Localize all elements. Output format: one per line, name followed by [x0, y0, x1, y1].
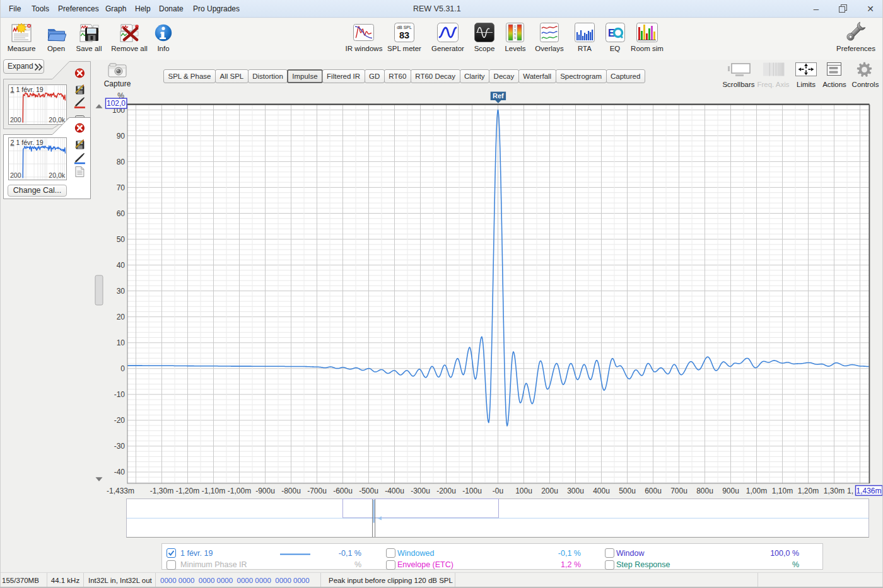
svg-text:-900u: -900u [255, 487, 275, 495]
svg-text:-500u: -500u [359, 487, 378, 495]
svg-text:-1,10m: -1,10m [202, 487, 225, 495]
svg-text:-1,20m: -1,20m [176, 487, 199, 495]
svg-text:100u: 100u [515, 487, 532, 495]
svg-text:40: 40 [117, 261, 126, 270]
svg-text:-600u: -600u [333, 487, 353, 495]
svg-text:700u: 700u [670, 487, 687, 495]
svg-text:-400u: -400u [385, 487, 404, 495]
svg-text:-700u: -700u [307, 487, 327, 495]
svg-text:800u: 800u [696, 487, 713, 495]
svg-text:-1,433m: -1,433m [107, 487, 134, 495]
svg-text:200: 200 [10, 171, 21, 179]
svg-text:-20: -20 [114, 416, 126, 425]
svg-text:Ref: Ref [493, 92, 504, 100]
svg-text:-100u: -100u [462, 487, 482, 495]
svg-text:30: 30 [117, 287, 126, 296]
svg-text:-1,30m: -1,30m [150, 487, 173, 495]
svg-text:1,: 1, [847, 487, 853, 495]
svg-text:2: 2 [11, 139, 15, 146]
svg-text:600u: 600u [645, 487, 662, 495]
svg-text:-0u: -0u [493, 487, 503, 495]
svg-text:-200u: -200u [436, 487, 456, 495]
svg-text:10: 10 [117, 338, 126, 347]
svg-text:1: 1 [11, 86, 15, 93]
svg-text:20,0k: 20,0k [49, 171, 65, 179]
svg-text:20: 20 [117, 313, 126, 321]
svg-text:83: 83 [399, 30, 409, 40]
svg-text:900u: 900u [722, 487, 739, 495]
svg-text:70: 70 [117, 183, 126, 192]
svg-text:1,436m: 1,436m [856, 487, 881, 495]
svg-text:50: 50 [117, 235, 126, 244]
svg-text:dB SPL: dB SPL [397, 25, 412, 30]
svg-text:20,0k: 20,0k [49, 116, 65, 124]
svg-text:1,10m: 1,10m [772, 487, 793, 495]
svg-text:-10: -10 [114, 390, 126, 399]
svg-text:60: 60 [117, 209, 126, 218]
svg-text:500u: 500u [619, 487, 636, 495]
svg-text:1,20m: 1,20m [798, 487, 819, 495]
svg-text:1,30m: 1,30m [824, 487, 845, 495]
svg-text:0: 0 [120, 364, 125, 373]
svg-text:-800u: -800u [281, 487, 301, 495]
svg-text:1 févr. 19: 1 févr. 19 [16, 86, 44, 93]
svg-text:-30: -30 [114, 442, 126, 451]
svg-text:90: 90 [117, 132, 126, 141]
svg-text:-40: -40 [114, 468, 126, 476]
svg-text:300u: 300u [567, 487, 584, 495]
svg-text:200: 200 [10, 116, 21, 124]
svg-text:-300u: -300u [411, 487, 430, 495]
svg-text:400u: 400u [593, 487, 610, 495]
svg-text:1 févr. 19: 1 févr. 19 [16, 139, 44, 146]
svg-text:80: 80 [117, 158, 126, 166]
svg-text:1,00m: 1,00m [746, 487, 767, 495]
svg-text:-1,00m: -1,00m [228, 487, 251, 495]
svg-text:102,0: 102,0 [107, 99, 126, 108]
svg-text:200u: 200u [541, 487, 558, 495]
